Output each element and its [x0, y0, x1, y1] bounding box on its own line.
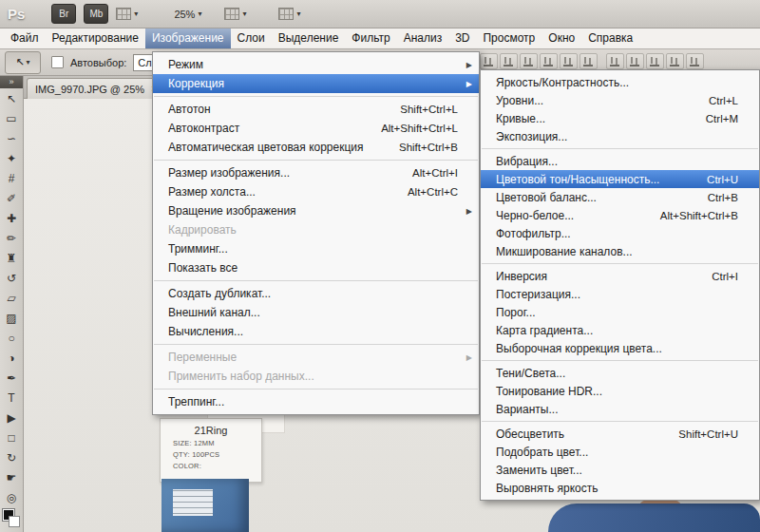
adjustments-item-hdr-toning[interactable]: Тонирование HDR... — [481, 382, 759, 400]
menubar-item-layers[interactable]: Слои — [231, 28, 272, 48]
adjustments-item-variations[interactable]: Варианты... — [481, 400, 759, 418]
align-horizontal-centers-icon[interactable] — [560, 53, 578, 69]
menu-item-label: Уровни... — [496, 94, 543, 107]
eyedropper-tool[interactable]: ✐ — [0, 188, 23, 208]
dodge-tool[interactable]: ◑ — [0, 348, 23, 368]
image-menu-item-auto-color[interactable]: Автоматическая цветовая коррекцияShift+C… — [153, 138, 479, 157]
menubar-item-image[interactable]: Изображение — [145, 28, 231, 48]
distribute-left-edges-icon[interactable] — [666, 53, 684, 69]
arrange-documents-button[interactable]: ▾ — [224, 8, 246, 20]
menubar-item-analysis[interactable]: Анализ — [397, 28, 449, 48]
type-tool[interactable]: T — [0, 388, 23, 408]
background-color-swatch[interactable] — [9, 516, 20, 527]
menubar-item-file[interactable]: Файл — [4, 28, 46, 48]
adjustments-item-selective-color[interactable]: Выборочная коррекция цвета... — [481, 339, 759, 357]
menubar-item-window[interactable]: Окно — [542, 28, 581, 48]
adjustments-item-photo-filter[interactable]: Фотофильтр... — [481, 224, 759, 242]
distribute-right-edges-icon[interactable] — [686, 53, 704, 69]
adjustments-item-desaturate[interactable]: ОбесцветитьShift+Ctrl+U — [481, 425, 759, 443]
pen-tool[interactable]: ✒ — [0, 368, 23, 388]
adjustments-item-threshold[interactable]: Порог... — [481, 303, 759, 321]
distribute-bottom-edges-icon[interactable] — [646, 53, 664, 69]
menubar-item-help[interactable]: Справка — [581, 28, 639, 48]
adjustments-item-curves[interactable]: Кривые...Ctrl+M — [481, 109, 759, 127]
image-menu-item-trim[interactable]: Тримминг... — [153, 239, 479, 258]
crop-tool[interactable]: # — [0, 168, 23, 188]
image-menu-item-apply-image[interactable]: Внешний канал... — [153, 303, 479, 322]
brush-tool[interactable]: ✏ — [0, 228, 23, 248]
align-top-edges-icon[interactable] — [480, 53, 498, 69]
view-extras-button[interactable]: ▾ — [116, 8, 138, 20]
adjustments-item-black-white[interactable]: Черно-белое...Alt+Shift+Ctrl+B — [481, 206, 759, 224]
menubar-item-filter[interactable]: Фильтр — [345, 28, 396, 48]
image-menu-item-canvas-size[interactable]: Размер холста...Alt+Ctrl+C — [153, 182, 479, 201]
hand-tool[interactable]: ☛ — [0, 467, 23, 487]
adjustments-item-exposure[interactable]: Экспозиция... — [481, 127, 759, 145]
marquee-tool[interactable]: ▭ — [0, 108, 23, 128]
collapse-panel-icon[interactable]: » — [0, 76, 23, 88]
adjustments-item-hue-saturation[interactable]: Цветовой тон/Насыщенность...Ctrl+U — [481, 170, 759, 188]
document-tab[interactable]: IMG_9970.JPG @ 25% × — [27, 78, 165, 99]
adjustments-item-invert[interactable]: ИнверсияCtrl+I — [481, 267, 759, 285]
distribute-top-edges-icon[interactable] — [606, 53, 624, 69]
menu-item-label: Постеризация... — [496, 288, 580, 301]
image-menu-item-trap[interactable]: Треппинг... — [153, 392, 479, 411]
lasso-tool[interactable]: ∽ — [0, 128, 23, 148]
menubar-item-edit[interactable]: Редактирование — [46, 28, 145, 48]
healing-brush-tool[interactable]: ✚ — [0, 208, 23, 228]
adjustments-item-channel-mixer[interactable]: Микширование каналов... — [481, 242, 759, 260]
distribute-vertical-centers-icon[interactable] — [626, 53, 644, 69]
zoom-level-control[interactable]: 25% ▾ — [174, 9, 201, 20]
menubar-item-view[interactable]: Просмотр — [476, 28, 542, 48]
menubar-item-select[interactable]: Выделение — [272, 28, 346, 48]
align-left-edges-icon[interactable] — [540, 53, 558, 69]
adjustments-item-vibrance[interactable]: Вибрация... — [481, 152, 759, 170]
menu-bar: ФайлРедактированиеИзображениеСлоиВыделен… — [0, 28, 760, 49]
align-bottom-edges-icon[interactable] — [520, 53, 538, 69]
image-menu-item-adjustments[interactable]: Коррекция▶ — [153, 74, 479, 93]
image-menu-separator — [154, 389, 478, 390]
adjustments-item-levels[interactable]: Уровни...Ctrl+L — [481, 91, 759, 109]
menu-item-shortcut: Alt+Ctrl+I — [412, 167, 458, 179]
autoselect-checkbox[interactable] — [51, 56, 64, 68]
eraser-tool[interactable]: ▱ — [0, 288, 23, 308]
shape-tool[interactable]: □ — [0, 428, 23, 447]
gradient-tool[interactable]: ▨ — [0, 308, 23, 328]
adjustments-item-equalize[interactable]: Выровнять яркость — [481, 479, 759, 497]
image-menu-item-image-size[interactable]: Размер изображения...Alt+Ctrl+I — [153, 163, 479, 182]
image-menu-item-calculations[interactable]: Вычисления... — [153, 322, 479, 341]
adjustments-item-match-color[interactable]: Подобрать цвет... — [481, 443, 759, 461]
quick-selection-tool[interactable]: ✦ — [0, 148, 23, 168]
image-menu-item-auto-tone[interactable]: АвтотонShift+Ctrl+L — [153, 100, 479, 119]
path-selection-tool[interactable]: ▶ — [0, 408, 23, 428]
menu-item-label: Микширование каналов... — [496, 245, 633, 258]
menubar-item-3d[interactable]: 3D — [448, 28, 476, 48]
align-vertical-centers-icon[interactable] — [500, 53, 518, 69]
image-menu-item-duplicate[interactable]: Создать дубликат... — [153, 284, 479, 303]
history-brush-tool[interactable]: ↺ — [0, 268, 23, 288]
adjustments-item-gradient-map[interactable]: Карта градиента... — [481, 321, 759, 339]
blur-tool[interactable]: ○ — [0, 328, 23, 348]
mini-bridge-button[interactable]: Mb — [84, 4, 108, 24]
menu-item-shortcut: Shift+Ctrl+B — [399, 142, 458, 153]
image-menu-item-mode[interactable]: Режим▶ — [153, 55, 479, 74]
image-menu-item-image-rotation[interactable]: Вращение изображения▶ — [153, 201, 479, 220]
bridge-button[interactable]: Br — [51, 4, 76, 24]
adjustments-item-brightness-contrast[interactable]: Яркость/Контрастность... — [481, 73, 759, 91]
adjustments-item-replace-color[interactable]: Заменить цвет... — [481, 461, 759, 479]
rotate-3d-tool[interactable]: ↻ — [0, 447, 23, 467]
move-tool[interactable]: ↖ — [0, 88, 23, 108]
screen-mode-button[interactable]: ▾ — [278, 8, 300, 20]
adjustments-item-posterize[interactable]: Постеризация... — [481, 285, 759, 303]
image-menu-item-reveal-all[interactable]: Показать все — [153, 258, 479, 277]
zoom-tool[interactable]: ◎ — [0, 487, 23, 507]
align-right-edges-icon[interactable] — [580, 53, 598, 69]
adjustments-item-color-balance[interactable]: Цветовой баланс...Ctrl+B — [481, 188, 759, 206]
document-tab-title: IMG_9970.JPG @ 25% — [35, 84, 144, 95]
clone-stamp-tool[interactable]: ♜ — [0, 248, 23, 268]
tool-preset-picker[interactable]: ↖ ▾ — [5, 51, 41, 74]
autoselect-target-value: Сл — [138, 57, 151, 68]
image-menu-item-auto-contrast[interactable]: АвтоконтрастAlt+Shift+Ctrl+L — [153, 119, 479, 138]
adjustments-item-shadows-highlights[interactable]: Тени/Света... — [481, 364, 759, 382]
color-swatches[interactable] — [0, 508, 23, 529]
